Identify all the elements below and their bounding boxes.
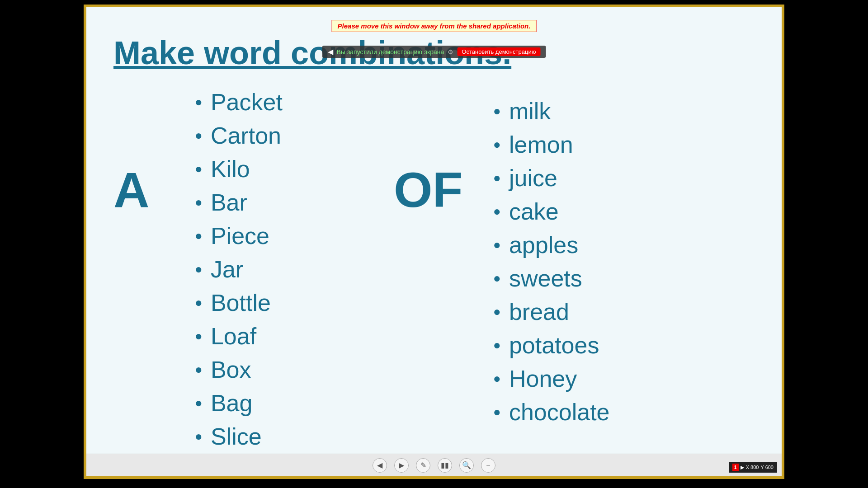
list-item: bread bbox=[493, 298, 610, 325]
large-of-label: OF bbox=[394, 161, 463, 218]
demo-text: Вы запустили демонстрацию экрана bbox=[337, 48, 444, 56]
list-item: Packet bbox=[195, 89, 283, 116]
list-item: Box bbox=[195, 356, 283, 383]
list-item: juice bbox=[493, 164, 610, 192]
list-item: Bag bbox=[195, 389, 283, 417]
slide-number: 1 bbox=[732, 464, 739, 471]
list-item: apples bbox=[493, 231, 610, 258]
toolbar-back-button[interactable]: ◀ bbox=[373, 458, 387, 473]
list-item: lemon bbox=[493, 131, 610, 158]
list-item: Carton bbox=[195, 122, 283, 149]
large-a-label: A bbox=[113, 161, 149, 218]
right-word-list: milk lemon juice cake apples sweets brea… bbox=[493, 98, 610, 432]
gear-icon[interactable]: ⚙ bbox=[448, 48, 453, 56]
list-item: Bottle bbox=[195, 289, 283, 316]
main-frame: Please move this window away from the sh… bbox=[84, 5, 784, 479]
list-item: Kilo bbox=[195, 155, 283, 183]
x-coord: X 800 bbox=[746, 465, 759, 470]
list-item: Piece bbox=[195, 222, 283, 249]
list-item: Bar bbox=[195, 189, 283, 216]
list-item: Jar bbox=[195, 256, 283, 283]
coordinates-display: 1 ▶ X 800 Y 600 bbox=[729, 462, 777, 473]
list-item: milk bbox=[493, 98, 610, 125]
toolbar-zoom-button[interactable]: 🔍 bbox=[459, 458, 474, 473]
y-coord: Y 600 bbox=[760, 465, 774, 470]
notification-bar: Please move this window away from the sh… bbox=[332, 20, 537, 32]
toolbar-slides-button[interactable]: ▮▮ bbox=[438, 458, 452, 473]
notification-text: Please move this window away from the sh… bbox=[332, 20, 537, 32]
list-item: Loaf bbox=[195, 323, 283, 350]
list-item: sweets bbox=[493, 265, 610, 292]
bottom-toolbar: ◀ ▶ ✎ ▮▮ 🔍 − 1 ▶ X 800 Y 600 bbox=[86, 454, 782, 476]
demo-arrow-icon[interactable]: ◀ bbox=[328, 47, 333, 56]
left-word-list: Packet Carton Kilo Bar Piece Jar Bottle … bbox=[195, 89, 283, 456]
list-item: cake bbox=[493, 198, 610, 225]
content-area: Make word combinations. A OF Packet Cart… bbox=[86, 7, 782, 476]
list-item: chocolate bbox=[493, 399, 610, 426]
demo-bar: ◀ Вы запустили демонстрацию экрана ⚙ Ост… bbox=[322, 46, 546, 58]
toolbar-edit-button[interactable]: ✎ bbox=[416, 458, 430, 473]
list-item: Honey bbox=[493, 365, 610, 392]
coords-icon: ▶ bbox=[741, 465, 744, 470]
list-item: potatoes bbox=[493, 332, 610, 359]
toolbar-play-button[interactable]: ▶ bbox=[394, 458, 409, 473]
list-item: Slice bbox=[195, 423, 283, 450]
toolbar-settings-button[interactable]: − bbox=[481, 458, 495, 473]
stop-demo-button[interactable]: Остановить демонстрацию bbox=[457, 47, 540, 56]
